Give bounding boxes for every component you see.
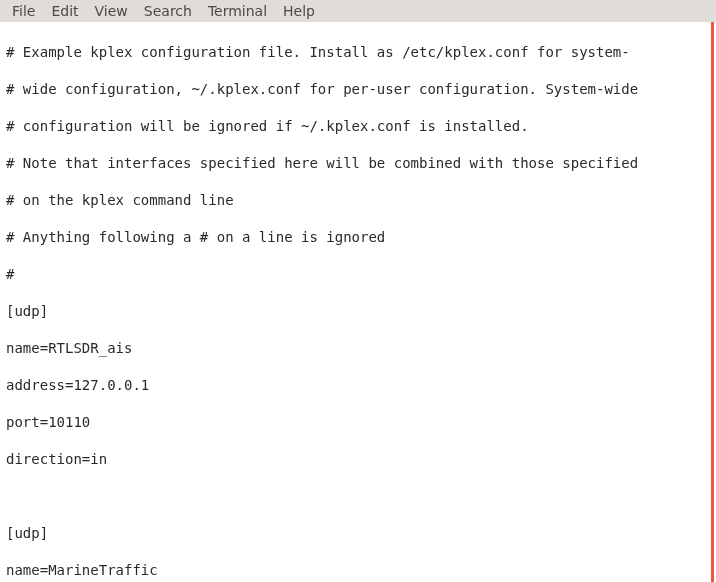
config-line [6, 487, 712, 506]
config-line: name=RTLSDR_ais [6, 339, 712, 358]
menubar: File Edit View Search Terminal Help [0, 0, 716, 22]
menu-view[interactable]: View [87, 3, 136, 19]
config-line: address=127.0.0.1 [6, 376, 712, 395]
config-line: # wide configuration, ~/.kplex.conf for … [6, 80, 712, 99]
terminal-content[interactable]: # Example kplex configuration file. Inst… [0, 22, 716, 582]
config-line: # Anything following a # on a line is ig… [6, 228, 712, 247]
config-line: # Example kplex configuration file. Inst… [6, 43, 712, 62]
menu-help[interactable]: Help [275, 3, 323, 19]
menu-edit[interactable]: Edit [43, 3, 86, 19]
menu-file[interactable]: File [4, 3, 43, 19]
config-line: [udp] [6, 524, 712, 543]
config-line: [udp] [6, 302, 712, 321]
config-line: # [6, 265, 712, 284]
config-line: # Note that interfaces specified here wi… [6, 154, 712, 173]
config-line: # configuration will be ignored if ~/.kp… [6, 117, 712, 136]
config-line: port=10110 [6, 413, 712, 432]
menu-terminal[interactable]: Terminal [200, 3, 275, 19]
menu-search[interactable]: Search [136, 3, 200, 19]
config-line: name=MarineTraffic [6, 561, 712, 580]
config-line: # on the kplex command line [6, 191, 712, 210]
config-line: direction=in [6, 450, 712, 469]
scrollbar-edge [711, 22, 714, 582]
